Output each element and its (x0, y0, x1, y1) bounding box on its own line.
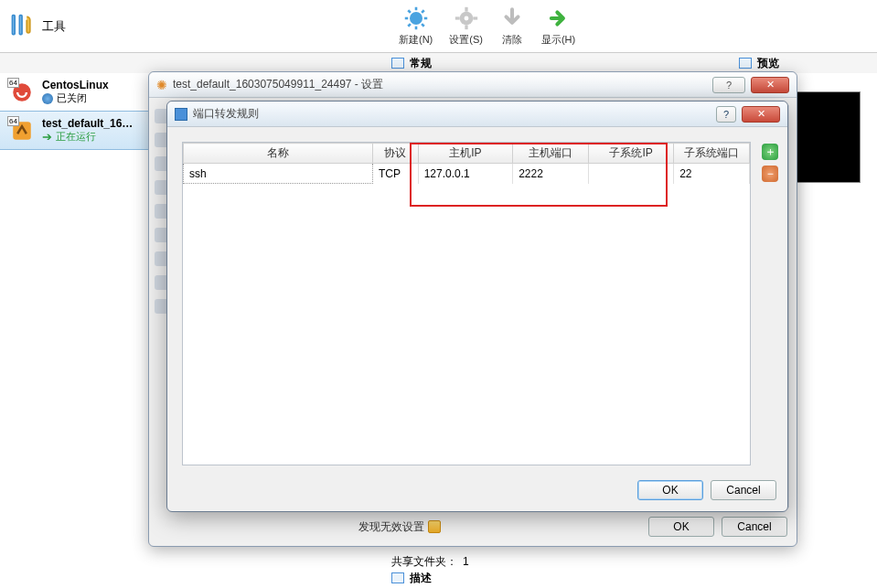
table-header-row: 名称 协议 主机IP 主机端口 子系统IP 子系统端口 (184, 144, 750, 164)
table-row[interactable]: ssh TCP 127.0.0.1 2222 22 (184, 164, 750, 184)
monitor-icon (739, 58, 752, 69)
settings-label: 设置(S) (449, 33, 483, 47)
svg-line-10 (408, 24, 411, 27)
svg-line-7 (408, 10, 411, 13)
ok-button[interactable]: OK (648, 517, 714, 537)
cell-host-port[interactable]: 2222 (513, 164, 589, 184)
app-icon (175, 108, 187, 121)
section-general-label: 常规 (410, 56, 432, 71)
power-off-icon (42, 93, 53, 104)
shared-folders-row: 共享文件夹： 1 (391, 553, 870, 570)
port-forward-title: 端口转发规则 (193, 106, 259, 122)
svg-rect-1 (19, 16, 22, 35)
section-general[interactable]: 常规 (384, 56, 732, 71)
vm-name: test_default_16… (42, 117, 133, 130)
arch-badge: 64 (7, 116, 19, 126)
remove-rule-button[interactable]: － (762, 166, 778, 182)
section-describe-label: 描述 (410, 571, 432, 586)
port-forward-table-container: 名称 协议 主机IP 主机端口 子系统IP 子系统端口 ssh TCP 127.… (182, 142, 751, 465)
sun-icon (403, 5, 429, 31)
show-label: 显示(H) (541, 33, 575, 47)
monitor-icon (391, 572, 404, 583)
vm-name: CentosLinux (42, 79, 109, 91)
shared-folders-count: 1 (463, 555, 469, 568)
col-host-ip[interactable]: 主机IP (418, 144, 513, 164)
close-button[interactable]: ✕ (742, 106, 780, 123)
cell-host-ip[interactable]: 127.0.0.1 (418, 164, 513, 184)
cancel-button[interactable]: Cancel (722, 517, 787, 537)
svg-line-9 (422, 10, 424, 13)
port-forward-table: 名称 协议 主机IP 主机端口 子系统IP 子系统端口 ssh TCP 127.… (183, 143, 750, 184)
col-protocol[interactable]: 协议 (373, 144, 419, 164)
invalid-settings-message: 发现无效设置 (158, 519, 641, 535)
svg-rect-13 (465, 7, 467, 12)
new-label: 新建(N) (399, 33, 433, 47)
shared-folders-label: 共享文件夹： (391, 554, 457, 570)
gear-icon (454, 5, 479, 31)
new-button[interactable]: 新建(N) (393, 4, 438, 48)
vm-icon: 64 (9, 118, 35, 144)
svg-line-8 (422, 24, 424, 27)
monitor-icon (391, 58, 404, 69)
cell-guest-ip[interactable] (588, 164, 673, 184)
cell-guest-port[interactable]: 22 (674, 164, 750, 184)
tools-label: 工具 (42, 18, 66, 35)
settings-button[interactable]: 设置(S) (444, 4, 488, 48)
help-button[interactable]: ? (712, 77, 745, 93)
gear-orange-icon: ✺ (156, 78, 167, 92)
cell-name[interactable]: ssh (184, 164, 373, 184)
port-forward-dialog: 端口转发规则 ? ✕ ＋ － 名称 协议 主机IP 主机端口 (166, 101, 788, 512)
vm-status: 正在运行 (56, 130, 96, 144)
col-name[interactable]: 名称 (184, 144, 373, 164)
section-describe[interactable]: 描述 (391, 570, 870, 586)
clear-label: 清除 (502, 33, 522, 47)
col-host-port[interactable]: 主机端口 (513, 144, 589, 164)
svg-point-2 (410, 12, 422, 25)
close-button[interactable]: ✕ (751, 77, 789, 93)
svg-rect-15 (455, 16, 459, 19)
right-arrow-icon (546, 5, 572, 31)
arch-badge: 64 (7, 78, 19, 88)
section-preview-label: 预览 (757, 56, 779, 71)
tools-icon (9, 10, 35, 42)
section-preview[interactable]: 预览 (732, 56, 877, 71)
svg-point-12 (464, 16, 468, 21)
col-guest-ip[interactable]: 子系统IP (588, 144, 673, 164)
vm-status: 已关闭 (57, 91, 87, 105)
port-forward-titlebar[interactable]: 端口转发规则 ? ✕ (167, 102, 787, 127)
running-icon: ➔ (42, 130, 52, 144)
down-arrow-icon (499, 5, 525, 31)
vm-icon: 64 (9, 80, 35, 105)
cell-protocol[interactable]: TCP (373, 164, 419, 184)
col-guest-port[interactable]: 子系统端口 (674, 144, 750, 164)
ok-button[interactable]: OK (637, 480, 703, 500)
svg-rect-0 (13, 16, 16, 35)
settings-dialog-title: test_default_1603075049911_24497 - 设置 (173, 77, 383, 92)
help-button[interactable]: ? (716, 106, 736, 123)
clear-button[interactable]: 清除 (494, 4, 530, 48)
svg-rect-14 (465, 25, 467, 29)
show-button[interactable]: 显示(H) (536, 4, 581, 48)
cancel-button[interactable]: Cancel (711, 480, 776, 500)
svg-rect-16 (473, 16, 477, 19)
add-rule-button[interactable]: ＋ (762, 144, 778, 160)
warning-icon (428, 520, 441, 533)
settings-dialog-titlebar[interactable]: ✺ test_default_1603075049911_24497 - 设置 … (149, 72, 797, 98)
